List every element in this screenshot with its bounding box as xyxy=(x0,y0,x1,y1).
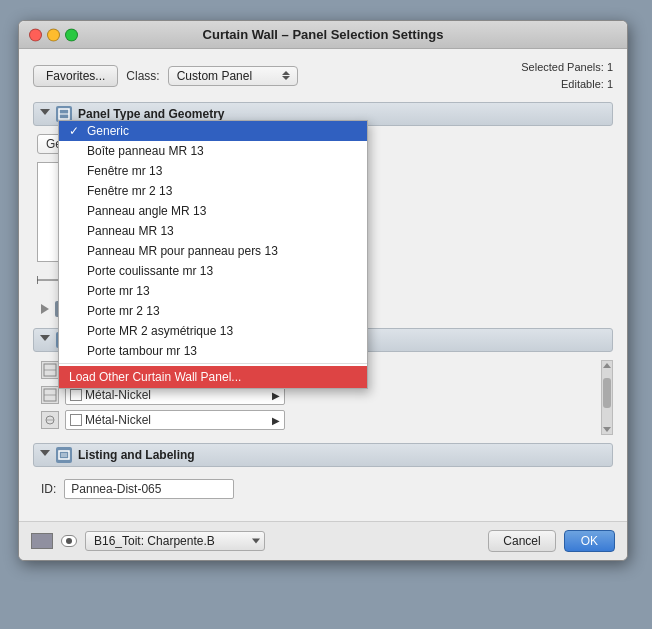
layer-texture-icon xyxy=(31,533,53,549)
dropdown-item-7[interactable]: Porte coulissante mr 13 xyxy=(59,261,367,281)
dropdown-item-6[interactable]: Panneau MR pour panneau pers 13 xyxy=(59,241,367,261)
dropdown-item-label-10: Porte MR 2 asymétrique 13 xyxy=(87,324,233,338)
listing-svg xyxy=(58,449,70,461)
selected-panels-label: Selected Panels: xyxy=(521,61,604,73)
dropdown-item-label-4: Panneau angle MR 13 xyxy=(87,204,206,218)
mat-arrow-1: ▶ xyxy=(272,390,280,401)
dropdown-item-4[interactable]: Panneau angle MR 13 xyxy=(59,201,367,221)
class-dropdown[interactable]: Custom Panel xyxy=(168,66,298,86)
panel-type-title: Panel Type and Geometry xyxy=(78,107,225,121)
mat-arrow-2: ▶ xyxy=(272,415,280,426)
listing-section: Listing and Labeling ID: xyxy=(33,443,613,503)
material-icon-0 xyxy=(41,361,59,379)
dropdown-item-label-6: Panneau MR pour panneau pers 13 xyxy=(87,244,278,258)
listing-section-header[interactable]: Listing and Labeling xyxy=(33,443,613,467)
bottom-bar: B16_Toit: Charpente.B Cancel OK xyxy=(19,521,627,560)
material-row-2: Métal-Nickel ▶ xyxy=(33,410,601,430)
mat-svg-0 xyxy=(43,363,57,377)
arrow-down-icon xyxy=(282,76,290,80)
dropdown-item-label-2: Fenêtre mr 13 xyxy=(87,164,162,178)
dropdown-item-1[interactable]: Boîte panneau MR 13 xyxy=(59,141,367,161)
dropdown-item-label-7: Porte coulissante mr 13 xyxy=(87,264,213,278)
class-dropdown-arrow xyxy=(279,69,293,83)
listing-title: Listing and Labeling xyxy=(78,448,195,462)
dropdown-item-8[interactable]: Porte mr 13 xyxy=(59,281,367,301)
dropdown-item-5[interactable]: Panneau MR 13 xyxy=(59,221,367,241)
arrow-up-icon xyxy=(282,71,290,75)
cancel-button[interactable]: Cancel xyxy=(488,530,555,552)
dropdown-divider xyxy=(59,363,367,364)
dropdown-item-2[interactable]: Fenêtre mr 13 xyxy=(59,161,367,181)
model-arrow-icon xyxy=(40,335,50,346)
favorites-button[interactable]: Favorites... xyxy=(33,65,118,87)
ok-button[interactable]: OK xyxy=(564,530,615,552)
scroll-thumb[interactable] xyxy=(603,378,611,408)
id-label: ID: xyxy=(41,482,56,496)
material-name-1: Métal-Nickel xyxy=(85,388,151,402)
dropdown-item-label-5: Panneau MR 13 xyxy=(87,224,174,238)
dropdown-item-11[interactable]: Porte tambour mr 13 xyxy=(59,341,367,361)
title-bar: Curtain Wall – Panel Selection Settings xyxy=(19,21,627,49)
top-row: Favorites... Class: Custom Panel Selecte… xyxy=(33,59,613,92)
section-arrow-icon xyxy=(40,109,50,120)
load-other-item[interactable]: Load Other Curtain Wall Panel... xyxy=(59,366,367,388)
layer-select[interactable]: B16_Toit: Charpente.B xyxy=(85,531,265,551)
dropdown-popup: Generic Boîte panneau MR 13 Fenêtre mr 1… xyxy=(58,120,368,389)
load-other-label: Load Other Curtain Wall Panel... xyxy=(69,370,241,384)
dropdown-item-label-1: Boîte panneau MR 13 xyxy=(87,144,204,158)
eye-pupil xyxy=(66,538,72,544)
layer-arrow xyxy=(252,539,260,544)
material-name-2: Métal-Nickel xyxy=(85,413,151,427)
eye-icon xyxy=(61,535,77,547)
id-row: ID: xyxy=(33,475,613,503)
minimize-button[interactable] xyxy=(47,28,60,41)
dropdown-item-9[interactable]: Porte mr 2 13 xyxy=(59,301,367,321)
layer-arrow-icon xyxy=(252,539,260,544)
material-icon-1 xyxy=(41,386,59,404)
mat-checkbox-2[interactable] xyxy=(70,414,82,426)
layer-value: B16_Toit: Charpente.B xyxy=(94,534,215,548)
class-label: Class: xyxy=(126,69,159,83)
selected-panels-value: 1 xyxy=(607,61,613,73)
class-value: Custom Panel xyxy=(177,69,252,83)
panel-type-svg xyxy=(58,108,70,120)
dropdown-item-label-3: Fenêtre mr 2 13 xyxy=(87,184,172,198)
mat-checkbox-1[interactable] xyxy=(70,389,82,401)
scroll-down-arrow xyxy=(603,427,611,432)
play-icon xyxy=(41,304,49,314)
listing-icon xyxy=(56,447,72,463)
dropdown-item-label-0: Generic xyxy=(87,124,129,138)
dropdown-item-label-8: Porte mr 13 xyxy=(87,284,150,298)
dropdown-item-label-11: Porte tambour mr 13 xyxy=(87,344,197,358)
dropdown-item-0[interactable]: Generic xyxy=(59,121,367,141)
dialog-title: Curtain Wall – Panel Selection Settings xyxy=(203,27,444,42)
dropdown-item-3[interactable]: Fenêtre mr 2 13 xyxy=(59,181,367,201)
editable-value: 1 xyxy=(607,78,613,90)
model-scrollbar[interactable] xyxy=(601,360,613,435)
dropdown-item-label-9: Porte mr 2 13 xyxy=(87,304,160,318)
listing-arrow-icon xyxy=(40,450,50,461)
mat-svg-1 xyxy=(43,388,57,402)
svg-rect-15 xyxy=(59,451,69,459)
mat-svg-2 xyxy=(43,413,57,427)
close-button[interactable] xyxy=(29,28,42,41)
id-input[interactable] xyxy=(64,479,234,499)
maximize-button[interactable] xyxy=(65,28,78,41)
material-icon-2 xyxy=(41,411,59,429)
window-controls xyxy=(29,28,78,41)
editable-label: Editable: xyxy=(561,78,604,90)
dropdown-item-10[interactable]: Porte MR 2 asymétrique 13 xyxy=(59,321,367,341)
bottom-buttons: Cancel OK xyxy=(488,530,615,552)
panel-info: Selected Panels: 1 Editable: 1 xyxy=(521,59,613,92)
material-select-2[interactable]: Métal-Nickel ▶ xyxy=(65,410,285,430)
scroll-up-arrow xyxy=(603,363,611,368)
